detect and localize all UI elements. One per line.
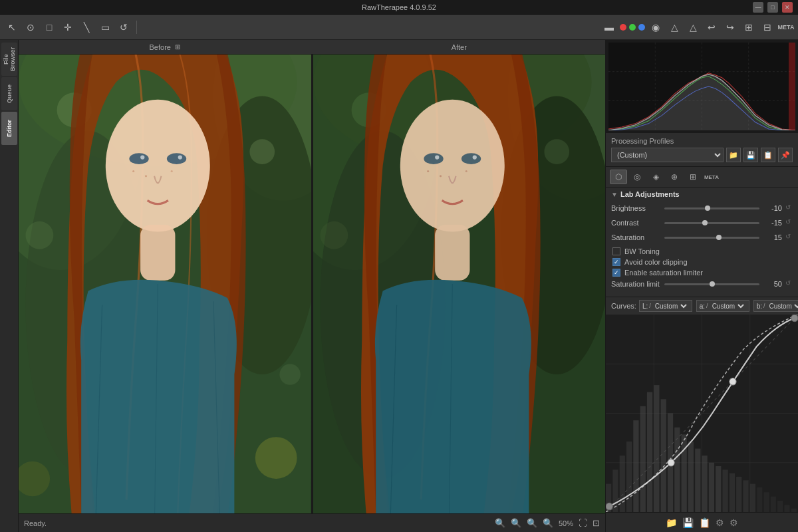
undo-btn[interactable]: ↩: [704, 19, 720, 35]
curves-tab-b[interactable]: b: / Custom: [753, 300, 798, 312]
settings-btn-4[interactable]: ⚙: [716, 517, 724, 528]
triangle-2[interactable]: △: [685, 19, 701, 35]
image-labels: Before ⊞ After: [19, 40, 605, 55]
section-title: Lab Adjustments: [620, 190, 680, 198]
zoom-fit-button[interactable]: 🔍: [511, 518, 521, 528]
svg-point-10: [255, 437, 297, 479]
svg-rect-73: [736, 477, 741, 512]
tool-exposure[interactable]: ⬡: [610, 170, 627, 184]
zoom-in-button[interactable]: 🔍: [527, 518, 537, 528]
bw-toning-checkbox[interactable]: [612, 247, 620, 255]
svg-rect-57: [626, 442, 632, 512]
saturation-limiter-checkbox[interactable]: ✓: [612, 269, 620, 277]
curves-a-select[interactable]: Custom: [710, 302, 746, 311]
saturation-limit-value: 50: [762, 280, 782, 288]
tool-rotate[interactable]: ↺: [116, 19, 132, 35]
snap-btn[interactable]: ⊞: [741, 19, 757, 35]
settings-btn-2[interactable]: 💾: [682, 517, 694, 528]
profiles-save-btn[interactable]: 💾: [743, 148, 758, 162]
fullscreen-button[interactable]: ⛶: [579, 518, 587, 528]
saturation-limiter-check: ✓: [614, 269, 619, 276]
tool-move[interactable]: ✛: [60, 19, 76, 35]
svg-point-83: [730, 378, 736, 385]
svg-point-38: [465, 170, 467, 172]
brightness-slider[interactable]: [664, 207, 759, 209]
tool-raw[interactable]: ⊞: [684, 170, 702, 184]
triangle-1[interactable]: △: [666, 19, 682, 35]
saturation-limit-reset[interactable]: ↺: [783, 279, 793, 289]
images-container: [19, 55, 605, 513]
saturation-reset[interactable]: ↺: [783, 233, 793, 242]
tool-pen[interactable]: ╲: [78, 19, 94, 35]
svg-rect-81: [791, 509, 797, 512]
avoid-clipping-row: ✓ Avoid color clipping: [611, 258, 793, 266]
brightness-reset[interactable]: ↺: [783, 203, 793, 213]
svg-rect-45: [789, 43, 795, 130]
svg-point-15: [167, 153, 186, 164]
svg-rect-71: [722, 469, 728, 512]
profiles-paste-btn[interactable]: 📌: [778, 148, 793, 162]
meta-btn[interactable]: META: [778, 19, 794, 35]
tool-color[interactable]: ◎: [628, 170, 646, 184]
tool-select[interactable]: ↖: [4, 19, 20, 35]
svg-rect-55: [612, 469, 618, 512]
saturation-label: Saturation: [611, 233, 664, 241]
right-panel-bottom: 📁 💾 📋 ⚙ ⚙: [606, 512, 798, 532]
curves-tab-L[interactable]: L: / Custom: [639, 300, 692, 312]
redo-btn[interactable]: ↪: [722, 19, 738, 35]
tool-crop[interactable]: □: [41, 19, 57, 35]
svg-point-37: [439, 175, 441, 177]
svg-rect-79: [777, 501, 783, 512]
profiles-row: (Custom) 📁 💾 📋 📌: [611, 148, 793, 162]
zoom-100-button[interactable]: 🔍: [543, 518, 553, 528]
svg-rect-61: [654, 385, 659, 512]
curves-tab-a[interactable]: a: / Custom: [696, 300, 749, 312]
clipping-btn[interactable]: ◉: [648, 19, 664, 35]
main-toolbar: ↖ ⊙ □ ✛ ╲ ▭ ↺ ▬ ◉ △ △ ↩ ↪ ⊞ ⊟ META: [0, 15, 798, 40]
sidebar-item-queue[interactable]: Queue: [1, 77, 17, 110]
curves-b-select[interactable]: Custom: [766, 302, 798, 311]
before-panel: [19, 55, 311, 513]
histogram-area: [606, 40, 798, 133]
minimize-button[interactable]: —: [753, 2, 763, 13]
profiles-open-btn[interactable]: 📁: [726, 148, 741, 162]
settings-btn-1[interactable]: 📁: [666, 517, 677, 528]
avoid-clipping-check: ✓: [614, 259, 619, 265]
zoom-out-button[interactable]: 🔍: [495, 518, 505, 528]
svg-point-12: [106, 100, 210, 232]
avoid-clipping-checkbox[interactable]: ✓: [612, 258, 620, 266]
split-view-button[interactable]: ⊡: [593, 518, 600, 528]
contrast-reset[interactable]: ↺: [783, 218, 793, 227]
view-single[interactable]: ▬: [601, 19, 617, 35]
saturation-limit-row: Saturation limit 50 ↺: [611, 279, 793, 289]
tool-info[interactable]: ⊙: [23, 19, 39, 35]
profiles-copy-btn[interactable]: 📋: [761, 148, 775, 162]
curves-L-select[interactable]: Custom: [652, 302, 689, 311]
svg-rect-64: [674, 428, 680, 512]
close-button[interactable]: ✕: [782, 2, 793, 13]
maximize-button[interactable]: □: [767, 2, 778, 13]
brightness-value: -10: [762, 204, 782, 212]
tool-meta-icon[interactable]: META: [703, 170, 720, 184]
tool-rect[interactable]: ▭: [97, 19, 113, 35]
settings-btn-5[interactable]: ⚙: [730, 517, 738, 528]
curves-area[interactable]: [606, 315, 798, 512]
sidebar-item-file-browser[interactable]: File Browser: [1, 43, 17, 76]
bw-toning-label: BW Toning: [624, 247, 660, 255]
grid-btn[interactable]: ⊟: [759, 19, 775, 35]
saturation-slider[interactable]: [664, 237, 759, 239]
tool-transform[interactable]: ⊕: [666, 170, 683, 184]
saturation-limit-slider[interactable]: [664, 283, 759, 285]
lab-adjustments-header[interactable]: ▼ Lab Adjustments: [611, 190, 793, 198]
svg-rect-75: [750, 484, 755, 512]
settings-btn-3[interactable]: 📋: [699, 517, 710, 528]
saturation-limiter-label: Enable saturation limiter: [624, 269, 703, 277]
svg-point-17: [178, 155, 182, 159]
statusbar: Ready. 🔍 🔍 🔍 🔍 50% ⛶ ⊡: [19, 513, 605, 532]
contrast-slider[interactable]: [664, 222, 759, 224]
profiles-select[interactable]: (Custom): [611, 148, 724, 162]
left-sidebar: File Browser Queue Editor: [0, 40, 19, 532]
sidebar-item-editor[interactable]: Editor: [1, 112, 17, 145]
tool-detail[interactable]: ◈: [647, 170, 664, 184]
svg-rect-72: [730, 473, 735, 512]
